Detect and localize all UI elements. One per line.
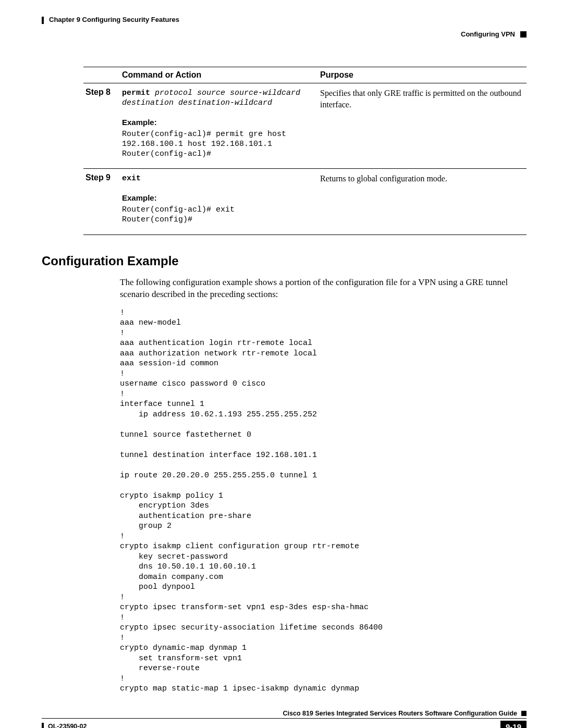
command-keyword: permit xyxy=(122,89,150,97)
table-row: Step 8 permit protocol source source-wil… xyxy=(83,83,527,169)
page-header: Chapter 9 Configuring Security Features xyxy=(42,16,527,24)
table-header-purpose: Purpose xyxy=(318,67,527,83)
purpose-cell: Returns to global configuration mode. xyxy=(318,169,527,235)
step-label: Step 8 xyxy=(83,83,120,169)
purpose-cell: Specifies that only GRE traffic is permi… xyxy=(318,83,527,169)
example-code: Router(config-acl)# permit gre host 192.… xyxy=(122,130,316,159)
subheader-marker-icon xyxy=(520,31,527,38)
page-footer: Cisco 819 Series Integrated Services Rou… xyxy=(42,710,527,728)
intro-paragraph: The following configuration example show… xyxy=(120,277,521,301)
example-label: Example: xyxy=(122,193,316,202)
subsection-title: Configuring VPN xyxy=(461,30,515,38)
footer-square-icon xyxy=(521,711,527,716)
example-code: Router(config-acl)# exit Router(config)# xyxy=(122,205,316,225)
command-keyword: exit xyxy=(122,174,141,183)
configuration-code-block: ! aaa new-model ! aaa authentication log… xyxy=(120,308,527,694)
command-cell: exit Example: Router(config-acl)# exit R… xyxy=(120,169,318,235)
footer-guide-title: Cisco 819 Series Integrated Services Rou… xyxy=(283,710,517,717)
example-label: Example: xyxy=(122,118,316,127)
page-subheader: Configuring VPN xyxy=(42,30,527,38)
step-label: Step 9 xyxy=(83,169,120,235)
chapter-title: Chapter 9 Configuring Security Features xyxy=(49,16,179,23)
footer-left-marker-icon xyxy=(42,723,44,728)
table-header-command: Command or Action xyxy=(120,67,318,83)
table-row: Step 9 exit Example: Router(config-acl)#… xyxy=(83,169,527,235)
section-heading: Configuration Example xyxy=(42,254,527,268)
document-id: OL-23590-02 xyxy=(48,723,87,728)
header-marker-icon xyxy=(42,17,44,24)
command-cell: permit protocol source source-wildcard d… xyxy=(120,83,318,169)
page-number: 9-19 xyxy=(500,721,527,728)
command-steps-table: Command or Action Purpose Step 8 permit … xyxy=(83,67,527,235)
table-header-blank xyxy=(83,67,120,83)
